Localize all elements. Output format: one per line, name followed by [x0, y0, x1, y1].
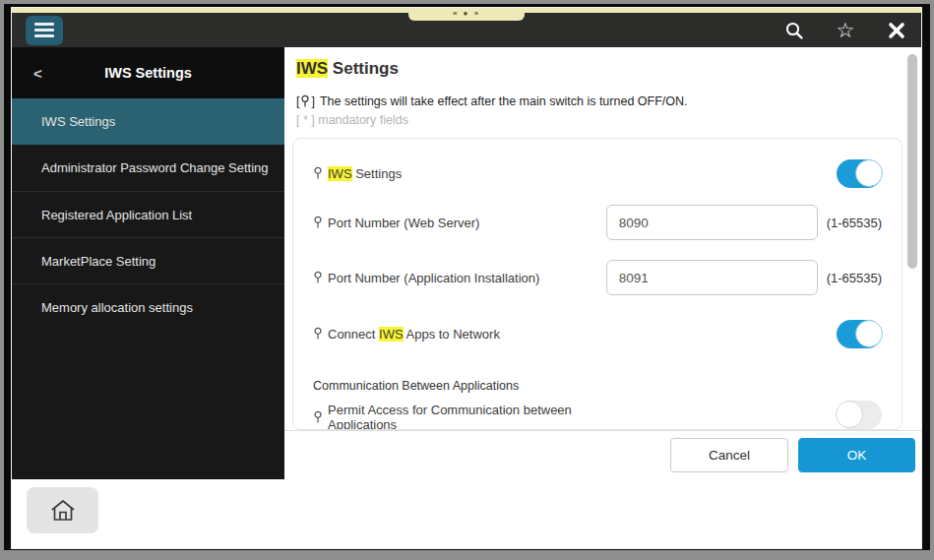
- sidebar-item-marketplace[interactable]: MarketPlace Setting: [12, 237, 284, 283]
- permit-access-label: Permit Access for Communication between …: [313, 403, 572, 430]
- menu-button[interactable]: [26, 16, 63, 45]
- toggle-knob: [855, 320, 883, 347]
- port-web-range: (1-65535): [827, 216, 882, 230]
- label-line2: Applications: [328, 417, 397, 430]
- key-icon: [313, 410, 323, 424]
- back-button[interactable]: <: [28, 61, 48, 86]
- dialog-footer: Cancel OK: [284, 430, 921, 479]
- bracket-open: [: [296, 94, 299, 108]
- sidebar-item-label: IWS Settings: [41, 114, 115, 129]
- label-highlight: IWS: [379, 327, 404, 342]
- permit-access-row: Permit Access for Communication between …: [313, 401, 882, 430]
- key-icon: [313, 327, 323, 341]
- connect-apps-row: Connect IWS Apps to Network: [313, 316, 882, 351]
- sidebar-item-label: Memory allocation settings: [41, 300, 193, 315]
- label-rest: Settings: [352, 166, 403, 181]
- page-title-highlight: IWS: [296, 59, 328, 78]
- device-frame: « ● » ☆: [0, 0, 934, 560]
- sidebar-item-memory-allocation[interactable]: Memory allocation settings: [12, 283, 284, 330]
- sidebar-item-label: Registered Application List: [41, 208, 192, 222]
- toggle-knob: [855, 159, 883, 187]
- settings-panel: IWS Settings Port Number (Web Se: [292, 138, 903, 430]
- key-icon: [313, 216, 323, 229]
- port-web-input[interactable]: [606, 205, 818, 240]
- iws-settings-toggle[interactable]: [837, 159, 882, 188]
- communication-section-header: Communication Between Applications: [313, 377, 882, 395]
- connect-apps-label: Connect IWS Apps to Network: [313, 327, 500, 342]
- sidebar-item-iws-settings[interactable]: IWS Settings: [12, 98, 284, 145]
- port-web-row: Port Number (Web Server) (1-65535): [313, 204, 882, 241]
- restart-note-text: The settings will take effect after the …: [320, 94, 688, 108]
- scrollbar-thumb[interactable]: [907, 54, 917, 269]
- connect-apps-toggle[interactable]: [837, 320, 882, 348]
- toggle-knob: [836, 401, 863, 428]
- port-app-label: Port Number (Application Installation): [313, 271, 606, 285]
- sidebar-item-label: Administrator Password Change Setting: [41, 160, 269, 175]
- close-icon: [888, 22, 905, 39]
- iws-settings-row: IWS Settings: [313, 153, 882, 194]
- label-text: Port Number (Web Server): [328, 216, 479, 230]
- sidebar: < IWS Settings IWS Settings Administrato…: [12, 47, 284, 479]
- label-rest: Apps to Network: [404, 327, 500, 342]
- system-bar: [12, 479, 921, 548]
- label-text: Port Number (Application Installation): [328, 271, 539, 285]
- home-icon: [49, 498, 77, 524]
- bracket-close: ]: [311, 94, 314, 108]
- search-icon: [784, 21, 804, 40]
- cancel-button[interactable]: Cancel: [670, 438, 788, 472]
- sidebar-header: < IWS Settings: [12, 47, 284, 98]
- permit-access-toggle[interactable]: [837, 401, 882, 429]
- iws-settings-label: IWS Settings: [313, 166, 402, 181]
- star-icon: ☆: [837, 21, 855, 40]
- port-web-label: Port Number (Web Server): [313, 216, 606, 230]
- label-pre: Connect: [328, 327, 379, 342]
- close-button[interactable]: [886, 20, 907, 41]
- settings-content: IWS Settings [ ] The settings will take …: [284, 47, 921, 479]
- key-icon: [313, 166, 323, 180]
- sidebar-item-admin-password[interactable]: Administrator Password Change Setting: [12, 145, 284, 191]
- screen: « ● » ☆: [12, 8, 921, 548]
- sidebar-item-registered-applications[interactable]: Registered Application List: [12, 191, 284, 237]
- key-icon: [313, 271, 323, 284]
- home-button[interactable]: [27, 487, 98, 533]
- ok-button[interactable]: OK: [798, 438, 915, 472]
- label-line1: Permit Access for Communication between: [328, 403, 572, 417]
- status-strip-tab: « ● »: [408, 8, 525, 21]
- mandatory-note: [ * ] mandatory fields: [296, 113, 408, 127]
- restart-note: [ ] The settings will take effect after …: [296, 94, 688, 108]
- key-icon: [300, 94, 310, 108]
- page-title-rest: Settings: [328, 59, 399, 78]
- port-app-input[interactable]: [606, 260, 818, 295]
- port-app-range: (1-65535): [827, 271, 882, 285]
- page-title: IWS Settings: [296, 59, 399, 79]
- port-app-row: Port Number (Application Installation) (…: [313, 259, 882, 296]
- sidebar-item-label: MarketPlace Setting: [41, 254, 156, 269]
- sidebar-title: IWS Settings: [104, 65, 192, 81]
- label-highlight: IWS: [328, 166, 352, 181]
- favorite-button[interactable]: ☆: [835, 20, 856, 41]
- search-button[interactable]: [783, 20, 805, 41]
